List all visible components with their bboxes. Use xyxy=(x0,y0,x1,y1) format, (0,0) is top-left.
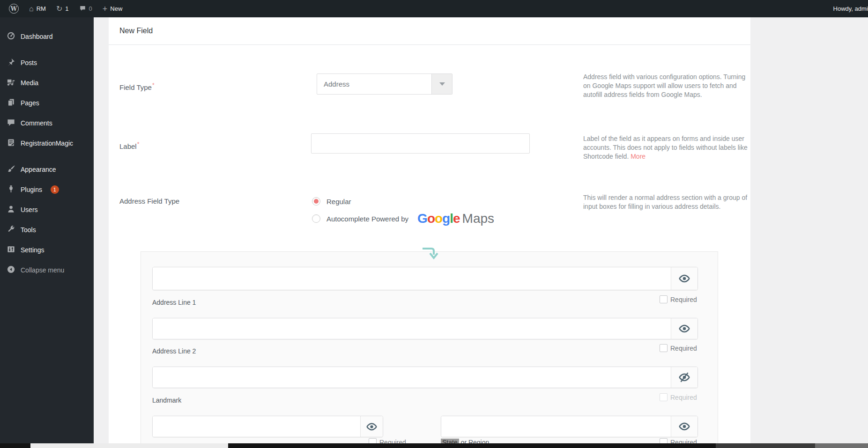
address-line-2-input[interactable] xyxy=(153,318,671,339)
account-menu[interactable]: Howdy, admin xyxy=(828,5,868,12)
field-type-description: Address field with various configuration… xyxy=(583,73,750,99)
address-line-1-label: Address Line 1 xyxy=(152,299,196,306)
updates-menu[interactable]: ↻ 1 xyxy=(51,0,74,17)
comments-menu[interactable]: 0 xyxy=(74,0,97,17)
required-label: Required xyxy=(670,296,697,303)
sidebar-item-label: RegistrationMagic xyxy=(21,140,73,147)
sidebar-item-tools[interactable]: Tools xyxy=(0,220,94,240)
sidebar-item-label: Settings xyxy=(21,246,45,254)
field-type-dropdown[interactable]: Address xyxy=(317,73,453,95)
sidebar-item-appearance[interactable]: Appearance xyxy=(0,159,94,179)
sidebar-item-posts[interactable]: Posts xyxy=(0,52,94,73)
home-icon: ⌂ xyxy=(29,5,34,13)
new-field-panel: New Field Field Type* Address Address fi… xyxy=(109,17,750,448)
sidebar-item-label: Dashboard xyxy=(21,33,53,40)
wordpress-menu[interactable]: W xyxy=(4,0,24,17)
preview-pointer-arrow-icon xyxy=(421,246,439,264)
eye-icon xyxy=(678,272,690,285)
taskbar-segment xyxy=(716,443,815,448)
menu-separator xyxy=(0,46,94,52)
sidebar-item-label: Comments xyxy=(21,119,52,127)
collapse-arrow-icon xyxy=(7,265,15,275)
eye-icon xyxy=(366,421,378,433)
sidebar-item-users[interactable]: Users xyxy=(0,199,94,220)
address-line-2-label: Address Line 2 xyxy=(152,347,196,355)
sidebar-item-label: Plugins xyxy=(21,186,42,193)
plugin-icon xyxy=(7,184,15,195)
sidebar-item-comments[interactable]: Comments xyxy=(0,113,94,133)
pages-icon xyxy=(7,98,15,108)
radio-option-regular[interactable]: Regular xyxy=(312,195,351,207)
landmark-required: Required xyxy=(660,393,697,401)
visibility-toggle-button[interactable] xyxy=(671,318,697,339)
visibility-toggle-button[interactable] xyxy=(360,416,383,437)
media-icon xyxy=(7,78,15,88)
sidebar-item-label: Posts xyxy=(21,59,37,66)
city-input[interactable] xyxy=(153,416,360,437)
sidebar-item-label: Appearance xyxy=(21,166,56,173)
menu-separator xyxy=(0,153,94,159)
visibility-toggle-button[interactable] xyxy=(671,267,697,290)
required-checkbox[interactable] xyxy=(660,393,668,401)
taskbar xyxy=(0,443,868,448)
sidebar-item-plugins[interactable]: Plugins 1 xyxy=(0,179,94,199)
sidebar-item-media[interactable]: Media xyxy=(0,73,94,93)
city-group xyxy=(152,416,383,437)
required-checkbox[interactable] xyxy=(660,344,668,352)
address-line-1-input[interactable] xyxy=(153,267,671,290)
google-maps-logo: GoogleMaps xyxy=(417,211,494,226)
sidebar-item-settings[interactable]: Settings xyxy=(0,240,94,260)
sidebar-item-label: Users xyxy=(21,206,38,213)
chevron-down-icon xyxy=(439,82,445,86)
collapse-menu-label: Collapse menu xyxy=(21,266,64,274)
address-line-2-group xyxy=(152,318,698,339)
page-title: New Field xyxy=(109,17,750,45)
visibility-toggle-button[interactable] xyxy=(671,416,697,437)
form-icon xyxy=(7,138,15,148)
dropdown-toggle-button[interactable] xyxy=(431,74,452,94)
taskbar-segment xyxy=(815,443,868,448)
landmark-input[interactable] xyxy=(153,367,671,388)
label-description: Label of the field as it appears on form… xyxy=(583,134,750,161)
field-type-selected-value: Address xyxy=(317,74,431,94)
new-content-menu[interactable]: + New xyxy=(97,0,128,17)
state-input[interactable] xyxy=(441,416,671,437)
user-icon xyxy=(7,205,15,215)
label-input[interactable] xyxy=(311,133,530,154)
radio-button-regular[interactable] xyxy=(312,197,320,206)
site-menu[interactable]: ⌂ RM xyxy=(24,0,51,17)
collapse-menu-button[interactable]: Collapse menu xyxy=(0,260,94,280)
comment-bubble-icon xyxy=(79,5,86,13)
radio-label-autocomplete: Autocomplete Powered by xyxy=(326,215,408,223)
sidebar-item-label: Pages xyxy=(21,99,39,107)
field-type-label: Field Type* xyxy=(119,82,155,91)
settings-icon xyxy=(7,245,15,255)
visibility-toggle-button[interactable] xyxy=(671,367,697,388)
sidebar-item-pages[interactable]: Pages xyxy=(0,93,94,113)
taskbar-segment xyxy=(30,443,228,448)
required-asterisk: * xyxy=(137,141,140,147)
required-label: Required xyxy=(670,394,697,401)
more-link[interactable]: More xyxy=(631,153,645,160)
eye-off-icon xyxy=(678,371,690,383)
address-line-2-required: Required xyxy=(660,344,697,352)
radio-label-regular: Regular xyxy=(326,198,351,206)
radio-option-autocomplete[interactable]: Autocomplete Powered by GoogleMaps xyxy=(312,208,494,229)
landmark-label: Landmark xyxy=(152,397,181,404)
sidebar-item-registrationmagic[interactable]: RegistrationMagic xyxy=(0,133,94,153)
plugins-update-badge: 1 xyxy=(51,185,59,194)
eye-icon xyxy=(678,420,690,433)
site-name: RM xyxy=(37,5,46,12)
plus-icon: + xyxy=(103,5,108,13)
update-count: 1 xyxy=(65,5,68,12)
address-line-1-required: Required xyxy=(660,295,697,303)
wordpress-logo-icon: W xyxy=(9,4,19,14)
brush-icon xyxy=(7,164,15,175)
required-checkbox[interactable] xyxy=(660,295,668,303)
address-field-type-description: This will render a normal address sectio… xyxy=(583,193,750,211)
radio-button-autocomplete[interactable] xyxy=(312,214,320,223)
required-label: Required xyxy=(670,345,697,352)
address-line-1-group xyxy=(152,267,698,290)
sidebar-item-label: Media xyxy=(21,79,38,87)
sidebar-item-dashboard[interactable]: Dashboard xyxy=(0,26,94,46)
